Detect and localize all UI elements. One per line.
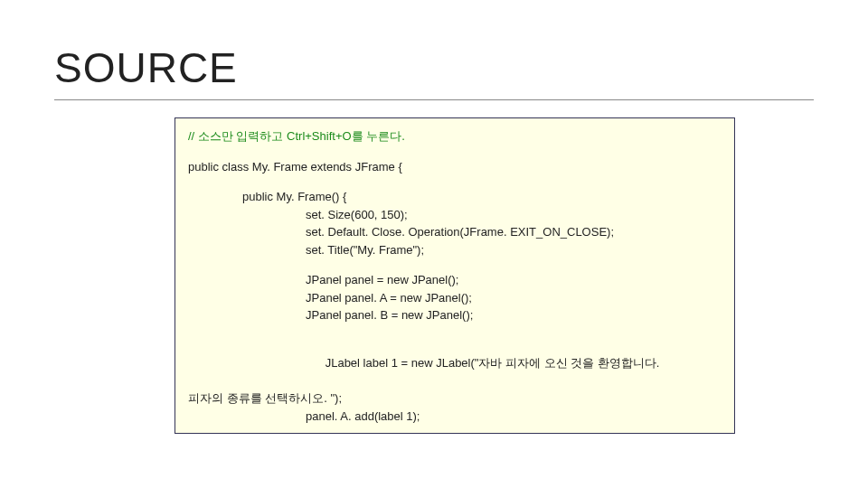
code-comment: // 소스만 입력하고 Ctrl+Shift+O를 누른다. xyxy=(188,129,405,143)
blank-line xyxy=(188,258,722,271)
code-setclose: set. Default. Close. Operation(JFrame. E… xyxy=(188,223,722,241)
code-add: panel. A. add(label 1); xyxy=(188,408,722,426)
code-panelA: JPanel panel. A = new JPanel(); xyxy=(188,289,722,307)
title-underline xyxy=(54,99,814,100)
code-settitle: set. Title("My. Frame"); xyxy=(188,241,722,259)
code-label-line: JLabel label 1 = new JLabel("자바 피자에 오신 것… xyxy=(188,337,722,390)
blank-line xyxy=(188,145,722,158)
code-class-decl: public class My. Frame extends JFrame { xyxy=(188,160,402,174)
code-panel: JPanel panel = new JPanel(); xyxy=(188,271,722,289)
code-setsize: set. Size(600, 150); xyxy=(188,206,722,224)
blank-line xyxy=(188,324,722,337)
code-constructor: public My. Frame() { xyxy=(188,188,722,206)
code-label-wrap: 피자의 종류를 선택하시오. "); xyxy=(188,391,342,405)
code-box: // 소스만 입력하고 Ctrl+Shift+O를 누른다. public cl… xyxy=(175,117,735,434)
code-panelB: JPanel panel. B = new JPanel(); xyxy=(188,306,722,324)
code-label-start: JLabel label 1 = new JLabel("자바 피자에 오신 것… xyxy=(326,356,663,370)
slide: SOURCE // 소스만 입력하고 Ctrl+Shift+O를 누른다. pu… xyxy=(0,0,868,488)
slide-title: SOURCE xyxy=(54,43,238,92)
blank-line xyxy=(188,175,722,188)
